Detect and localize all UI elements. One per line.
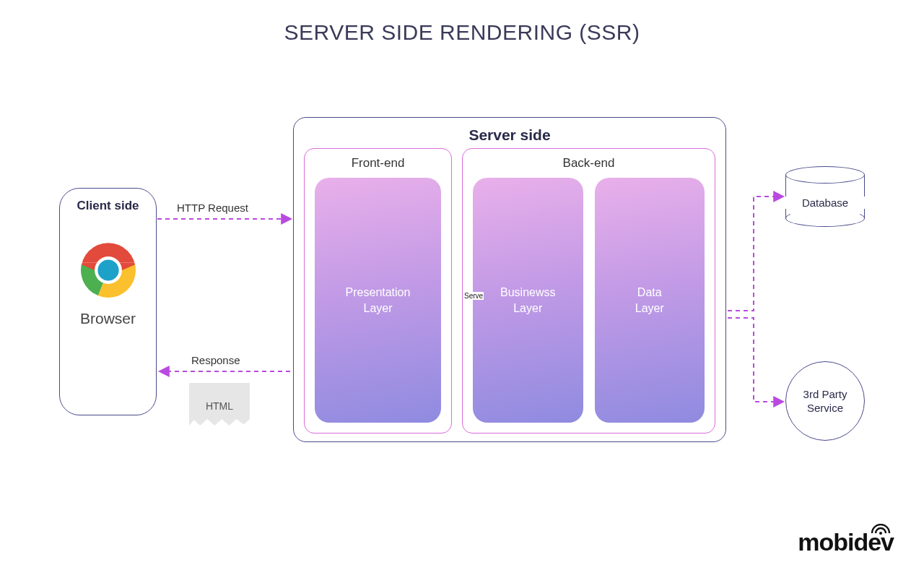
arrow-to-database <box>728 197 783 311</box>
mobidev-logo: mobidev <box>798 528 894 556</box>
backend-box: Back-end Businewss Layer Data Layer <box>462 148 715 434</box>
serve-text: Serve <box>463 292 484 300</box>
data-layer: Data Layer <box>595 178 705 423</box>
database-cylinder: Database <box>785 166 865 227</box>
diagram-title: SERVER SIDE RENDERING (SSR) <box>0 20 924 45</box>
http-request-label: HTTP Request <box>177 202 248 214</box>
client-side-box: Client side Browser <box>59 188 157 415</box>
backend-label: Back-end <box>473 156 705 171</box>
svg-point-9 <box>97 259 118 280</box>
browser-label: Browser <box>66 310 150 327</box>
frontend-box: Front-end Presentation Layer <box>304 148 452 434</box>
database-label: Database <box>785 197 865 209</box>
server-side-label: Server side <box>304 126 715 144</box>
svg-point-10 <box>879 532 882 535</box>
presentation-layer: Presentation Layer <box>315 178 441 423</box>
business-layer: Businewss Layer <box>473 178 583 423</box>
frontend-label: Front-end <box>315 156 441 171</box>
chrome-browser-icon <box>77 239 139 301</box>
third-party-label: 3rd Party Service <box>803 387 847 415</box>
arrow-to-third-party <box>728 318 783 402</box>
business-layer-label: Businewss Layer <box>500 285 555 316</box>
third-party-service-circle: 3rd Party Service <box>785 361 865 441</box>
data-layer-label: Data Layer <box>635 285 664 316</box>
html-payload-icon: HTML <box>189 383 250 429</box>
html-payload-label: HTML <box>206 400 233 412</box>
client-side-label: Client side <box>66 199 150 213</box>
presentation-layer-label: Presentation Layer <box>346 285 411 316</box>
response-label: Response <box>191 354 240 366</box>
wifi-icon <box>870 524 892 535</box>
server-side-box: Server side Front-end Presentation Layer… <box>293 117 726 442</box>
